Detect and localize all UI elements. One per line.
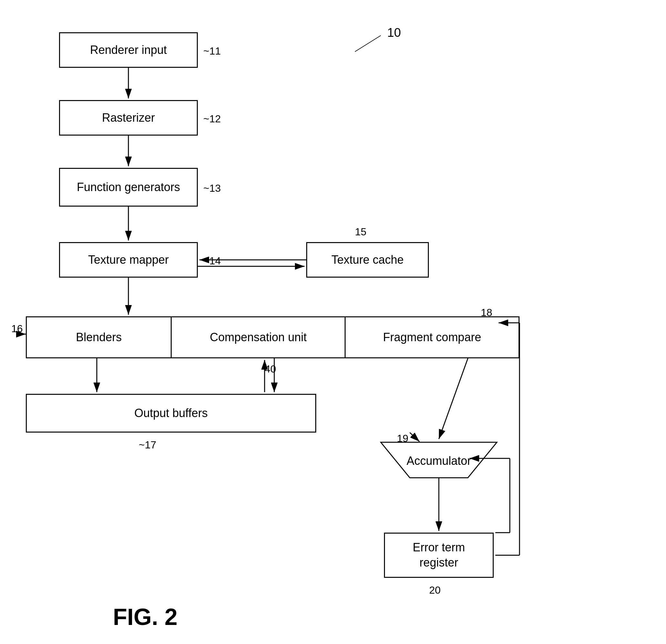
renderer-input-box: Renderer input bbox=[59, 32, 198, 68]
compensation-unit-label: Compensation unit bbox=[210, 331, 306, 344]
texture-mapper-label: Texture mapper bbox=[88, 253, 169, 267]
blenders-section: Blenders bbox=[27, 317, 172, 357]
function-generators-box: Function generators bbox=[59, 168, 198, 207]
svg-text:Accumulator: Accumulator bbox=[407, 454, 471, 468]
blenders-label: Blenders bbox=[76, 331, 122, 344]
rasterizer-label: Rasterizer bbox=[102, 111, 155, 124]
error-term-register-box: Error term register bbox=[384, 532, 494, 578]
rasterizer-box: Rasterizer bbox=[59, 100, 198, 136]
ref-10: 10 bbox=[387, 26, 401, 40]
ref-17: ~17 bbox=[139, 439, 156, 451]
output-buffers-label: Output buffers bbox=[134, 406, 208, 420]
ref-11: ~11 bbox=[203, 45, 221, 57]
fig-label: FIG. 2 bbox=[113, 604, 177, 630]
function-generators-label: Function generators bbox=[77, 181, 180, 194]
ref-18: 18 bbox=[481, 307, 492, 319]
output-buffers-box: Output buffers bbox=[26, 394, 316, 433]
fragment-compare-section: Fragment compare bbox=[346, 317, 519, 357]
compensation-unit-section: Compensation unit bbox=[172, 317, 346, 357]
texture-mapper-box: Texture mapper bbox=[59, 242, 198, 277]
ref-19: 19 bbox=[397, 433, 408, 444]
texture-cache-label: Texture cache bbox=[331, 253, 404, 267]
diagram-container: 10 Renderer input ~11 Rasterizer ~12 Fun… bbox=[0, 0, 666, 644]
svg-marker-13 bbox=[381, 442, 497, 478]
svg-line-2 bbox=[355, 35, 381, 52]
ref-14: ~14 bbox=[203, 255, 221, 267]
ref-20: 20 bbox=[429, 584, 441, 596]
ref-16: 16 bbox=[11, 323, 23, 335]
ref-15: 15 bbox=[355, 226, 367, 238]
renderer-input-label: Renderer input bbox=[90, 43, 167, 57]
svg-line-15 bbox=[410, 433, 419, 442]
combined-row: Blenders Compensation unit Fragment comp… bbox=[26, 316, 520, 358]
error-term-register-label: Error term register bbox=[413, 540, 465, 571]
svg-line-12 bbox=[439, 358, 468, 439]
texture-cache-box: Texture cache bbox=[306, 242, 429, 277]
ref-12: ~12 bbox=[203, 113, 221, 125]
ref-40: 40 bbox=[265, 363, 276, 375]
ref-13: ~13 bbox=[203, 182, 221, 194]
fragment-compare-label: Fragment compare bbox=[383, 331, 481, 344]
